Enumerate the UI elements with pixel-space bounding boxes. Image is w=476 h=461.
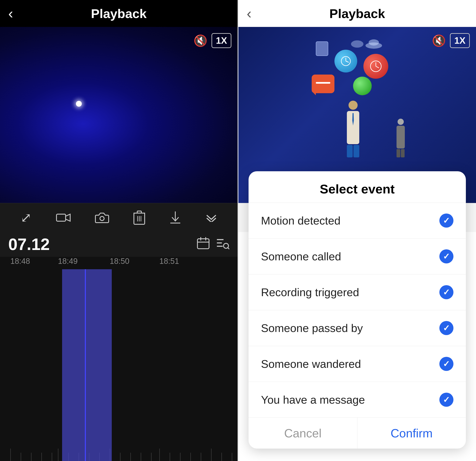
download-icon[interactable]: [170, 211, 181, 225]
left-video-top-controls: 🔇 1X: [194, 33, 231, 48]
timeline-label-1850: 18:50: [110, 257, 129, 266]
motion-check: ✓: [439, 214, 453, 228]
timeline-tick-17: [170, 453, 170, 461]
motion-detected-label: Motion detected: [261, 214, 340, 227]
checkmark-icon: ✓: [443, 216, 450, 225]
timeline-tick-21: [211, 449, 212, 461]
checkmark-icon-2: ✓: [443, 252, 450, 261]
timeline-tick-22: [221, 453, 222, 461]
camera-icon[interactable]: [95, 212, 109, 224]
timeline-tick-23: [232, 453, 232, 461]
svg-point-18: [223, 243, 229, 248]
someone-passed-label: Someone passed by: [261, 322, 363, 334]
left-date-bar: 07.12: [0, 232, 238, 257]
timeline-tick-2: [21, 453, 21, 461]
timeline-label-1848: 18:48: [10, 257, 30, 266]
svg-line-19: [228, 248, 229, 249]
timeline-tick-15: [151, 453, 152, 461]
trash-icon[interactable]: [134, 211, 145, 225]
checkmark-icon-3: ✓: [443, 287, 450, 297]
recording-triggered-label: Recording triggered: [261, 286, 359, 299]
right-back-button[interactable]: ‹: [247, 5, 251, 22]
timeline-tick-12: [120, 453, 120, 461]
checkmark-icon-4: ✓: [443, 323, 450, 333]
modal-title: Select event: [248, 171, 466, 202]
left-nav-bar: ‹ Playback: [0, 0, 238, 27]
timeline-tick-5: [52, 453, 52, 461]
checkmark-icon-5: ✓: [443, 359, 450, 369]
list-item-recording[interactable]: Recording triggered ✓: [248, 274, 466, 310]
right-nav-bar: ‹ Playback: [238, 0, 476, 27]
left-video-area: 🔇 1X: [0, 27, 238, 203]
right-title: Playback: [330, 6, 385, 21]
modal-footer: Cancel Confirm: [248, 418, 466, 449]
left-timeline[interactable]: 18:48 18:49 18:50 18:51: [0, 257, 238, 461]
more-icon[interactable]: [205, 214, 217, 222]
modal-overlay: Select event Motion detected ✓ Someone c…: [238, 27, 476, 461]
event-list: Motion detected ✓ Someone called ✓ Recor…: [248, 202, 466, 418]
someone-called-label: Someone called: [261, 250, 341, 263]
list-item-called[interactable]: Someone called ✓: [248, 238, 466, 274]
left-mute-icon[interactable]: 🔇: [194, 34, 207, 47]
svg-marker-1: [66, 214, 70, 221]
left-date: 07.12: [8, 235, 50, 254]
timeline-tick-16: [159, 449, 160, 461]
timeline-playhead: [85, 269, 86, 461]
video-icon[interactable]: [56, 212, 71, 223]
timeline-tick-3: [31, 453, 32, 461]
timeline-label-1851: 18:51: [159, 257, 179, 266]
list-item-wandered[interactable]: Someone wandered ✓: [248, 346, 466, 382]
left-back-button[interactable]: ‹: [8, 5, 13, 22]
cancel-button[interactable]: Cancel: [248, 418, 357, 449]
timeline-tick-4: [41, 453, 42, 461]
svg-rect-5: [137, 211, 141, 213]
select-event-modal: Select event Motion detected ✓ Someone c…: [248, 171, 466, 449]
confirm-button[interactable]: Confirm: [357, 418, 466, 449]
search-timeline-icon[interactable]: [216, 236, 229, 252]
left-toolbar: ⤢: [0, 203, 238, 232]
someone-wandered-label: Someone wandered: [261, 357, 361, 370]
timeline-tick-1: [10, 449, 11, 461]
right-panel: ‹ Playback 🔇 1X: [238, 0, 476, 461]
fullscreen-icon[interactable]: ⤢: [20, 210, 32, 225]
list-item-motion[interactable]: Motion detected ✓: [248, 202, 466, 238]
called-check: ✓: [439, 249, 453, 263]
left-motion-indicator: [76, 101, 82, 107]
timeline-tick-20: [201, 453, 201, 461]
left-speed-badge[interactable]: 1X: [212, 33, 231, 48]
wandered-check: ✓: [439, 357, 453, 371]
timeline-tick-14: [141, 453, 141, 461]
left-date-icons: [197, 236, 229, 252]
list-item-message[interactable]: You have a message ✓: [248, 382, 466, 418]
message-check: ✓: [439, 393, 453, 407]
recording-check: ✓: [439, 285, 453, 299]
svg-rect-11: [197, 239, 209, 249]
timeline-label-1849: 18:49: [58, 257, 78, 266]
timeline-tick-13: [130, 453, 131, 461]
svg-rect-0: [57, 214, 66, 221]
checkmark-icon-6: ✓: [443, 395, 450, 404]
you-have-message-label: You have a message: [261, 393, 365, 406]
timeline-tick-19: [190, 453, 191, 461]
left-panel: ‹ Playback 🔇 1X ⤢: [0, 0, 238, 461]
svg-point-2: [100, 217, 104, 221]
passed-check: ✓: [439, 321, 453, 335]
timeline-tick-6: [58, 449, 58, 461]
timeline-highlight-block: [62, 269, 112, 461]
list-item-passed-by[interactable]: Someone passed by ✓: [248, 310, 466, 346]
timeline-tick-18: [180, 453, 180, 461]
left-title: Playback: [91, 6, 147, 21]
calendar-icon[interactable]: [197, 236, 210, 252]
